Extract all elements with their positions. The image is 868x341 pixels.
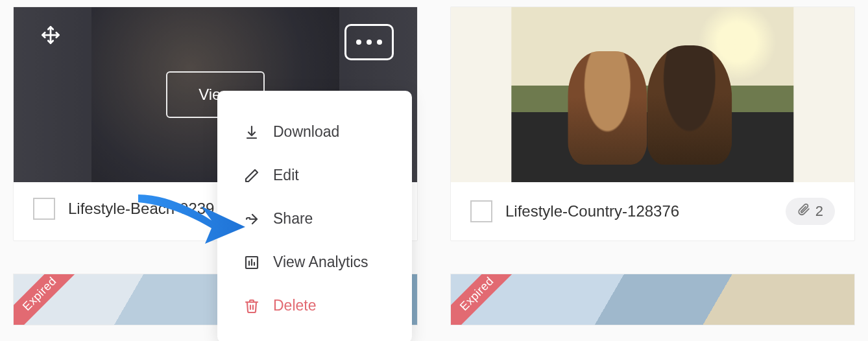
- attachment-badge[interactable]: 2: [786, 198, 835, 225]
- select-checkbox[interactable]: [33, 198, 55, 220]
- delete-icon: [243, 298, 260, 314]
- more-options-button[interactable]: [344, 24, 394, 60]
- asset-thumbnail[interactable]: [451, 7, 854, 182]
- menu-item-label: Download: [273, 123, 339, 141]
- menu-item-download[interactable]: Download: [221, 110, 408, 154]
- download-icon: [243, 124, 260, 141]
- card-footer: Lifestyle-Country-128376 2: [451, 182, 854, 241]
- menu-item-label: Share: [273, 210, 313, 228]
- edit-icon: [243, 167, 260, 184]
- attachment-count: 2: [815, 203, 823, 220]
- context-menu: Download Edit Share View Analytics Delet…: [217, 91, 412, 341]
- asset-card[interactable]: Expired: [450, 274, 855, 325]
- share-icon: [243, 211, 260, 228]
- menu-item-analytics[interactable]: View Analytics: [221, 241, 408, 284]
- select-checkbox[interactable]: [470, 200, 492, 222]
- asset-card: Lifestyle-Country-128376 2: [450, 6, 855, 241]
- asset-thumbnail: [451, 274, 854, 325]
- menu-item-delete[interactable]: Delete: [221, 284, 408, 327]
- analytics-icon: [243, 254, 260, 271]
- menu-item-share[interactable]: Share: [221, 197, 408, 241]
- menu-item-label: Delete: [273, 297, 316, 314]
- asset-filename: Lifestyle-Country-128376: [505, 202, 773, 220]
- menu-item-label: View Analytics: [273, 253, 368, 271]
- menu-item-label: Edit: [273, 167, 299, 184]
- menu-item-edit[interactable]: Edit: [221, 154, 408, 197]
- paperclip-icon: [797, 203, 810, 220]
- move-handle-icon[interactable]: [40, 24, 62, 46]
